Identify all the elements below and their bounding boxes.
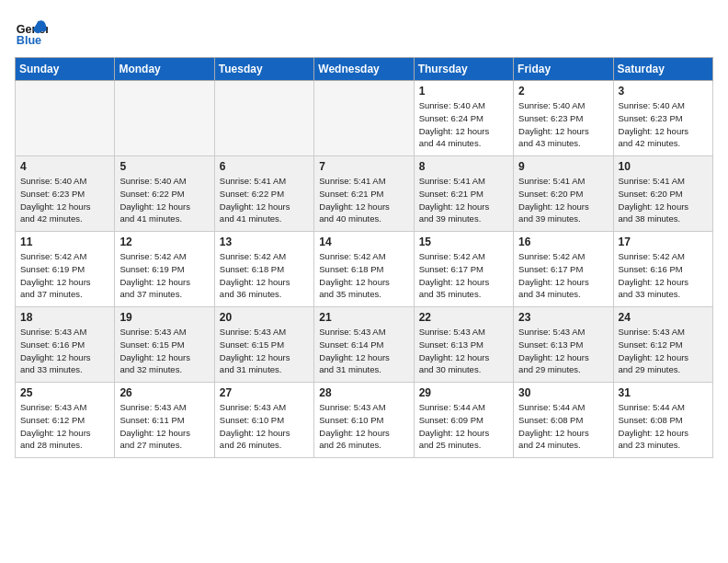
day-number: 11 bbox=[20, 236, 109, 248]
calendar-cell: 24Sunrise: 5:43 AMSunset: 6:12 PMDayligh… bbox=[613, 307, 712, 383]
calendar-cell: 26Sunrise: 5:43 AMSunset: 6:11 PMDayligh… bbox=[115, 383, 214, 458]
calendar-cell: 11Sunrise: 5:42 AMSunset: 6:19 PMDayligh… bbox=[16, 232, 115, 307]
col-header-sunday: Sunday bbox=[16, 58, 115, 81]
day-number: 10 bbox=[619, 160, 708, 173]
day-info: Sunrise: 5:42 AMSunset: 6:19 PMDaylight:… bbox=[20, 250, 109, 301]
day-number: 1 bbox=[419, 85, 508, 98]
col-header-monday: Monday bbox=[115, 58, 214, 81]
calendar-cell: 23Sunrise: 5:43 AMSunset: 6:13 PMDayligh… bbox=[514, 307, 613, 383]
calendar-cell: 14Sunrise: 5:42 AMSunset: 6:18 PMDayligh… bbox=[314, 232, 414, 307]
day-info: Sunrise: 5:42 AMSunset: 6:19 PMDaylight:… bbox=[119, 250, 209, 301]
day-number: 5 bbox=[119, 160, 209, 173]
calendar-cell: 20Sunrise: 5:43 AMSunset: 6:15 PMDayligh… bbox=[214, 307, 313, 383]
calendar-cell: 17Sunrise: 5:42 AMSunset: 6:16 PMDayligh… bbox=[613, 232, 712, 307]
day-info: Sunrise: 5:43 AMSunset: 6:11 PMDaylight:… bbox=[119, 401, 209, 452]
day-info: Sunrise: 5:41 AMSunset: 6:21 PMDaylight:… bbox=[319, 175, 408, 225]
day-number: 26 bbox=[119, 386, 209, 399]
day-info: Sunrise: 5:40 AMSunset: 6:24 PMDaylight:… bbox=[419, 99, 508, 150]
day-number: 2 bbox=[518, 85, 608, 98]
day-number: 9 bbox=[518, 160, 608, 173]
day-info: Sunrise: 5:41 AMSunset: 6:22 PMDaylight:… bbox=[220, 175, 309, 225]
day-info: Sunrise: 5:43 AMSunset: 6:15 PMDaylight:… bbox=[220, 326, 309, 376]
day-number: 27 bbox=[220, 386, 309, 399]
col-header-tuesday: Tuesday bbox=[214, 58, 313, 81]
day-number: 22 bbox=[419, 311, 508, 324]
calendar-cell bbox=[314, 81, 414, 156]
calendar-table: SundayMondayTuesdayWednesdayThursdayFrid… bbox=[15, 57, 713, 458]
day-number: 6 bbox=[220, 160, 309, 173]
page-header: General Blue bbox=[15, 15, 713, 48]
calendar-cell: 29Sunrise: 5:44 AMSunset: 6:09 PMDayligh… bbox=[414, 383, 513, 458]
day-info: Sunrise: 5:42 AMSunset: 6:18 PMDaylight:… bbox=[220, 250, 309, 301]
day-info: Sunrise: 5:43 AMSunset: 6:10 PMDaylight:… bbox=[220, 401, 309, 452]
day-number: 29 bbox=[419, 386, 508, 399]
calendar-cell: 19Sunrise: 5:43 AMSunset: 6:15 PMDayligh… bbox=[115, 307, 214, 383]
calendar-cell: 30Sunrise: 5:44 AMSunset: 6:08 PMDayligh… bbox=[514, 383, 613, 458]
day-number: 16 bbox=[518, 236, 608, 248]
day-info: Sunrise: 5:41 AMSunset: 6:20 PMDaylight:… bbox=[619, 175, 708, 225]
day-number: 25 bbox=[20, 386, 109, 399]
calendar-cell: 1Sunrise: 5:40 AMSunset: 6:24 PMDaylight… bbox=[414, 81, 513, 156]
logo-icon: General Blue bbox=[15, 15, 48, 48]
day-info: Sunrise: 5:42 AMSunset: 6:17 PMDaylight:… bbox=[419, 250, 508, 301]
day-number: 19 bbox=[119, 311, 209, 324]
day-info: Sunrise: 5:44 AMSunset: 6:09 PMDaylight:… bbox=[419, 401, 508, 452]
day-info: Sunrise: 5:43 AMSunset: 6:14 PMDaylight:… bbox=[319, 326, 408, 376]
calendar-cell: 2Sunrise: 5:40 AMSunset: 6:23 PMDaylight… bbox=[514, 81, 613, 156]
day-info: Sunrise: 5:43 AMSunset: 6:16 PMDaylight:… bbox=[20, 326, 109, 376]
calendar-cell: 13Sunrise: 5:42 AMSunset: 6:18 PMDayligh… bbox=[214, 232, 313, 307]
calendar-cell: 12Sunrise: 5:42 AMSunset: 6:19 PMDayligh… bbox=[115, 232, 214, 307]
day-number: 4 bbox=[20, 160, 109, 173]
day-info: Sunrise: 5:42 AMSunset: 6:16 PMDaylight:… bbox=[619, 250, 708, 301]
calendar-cell: 10Sunrise: 5:41 AMSunset: 6:20 PMDayligh… bbox=[613, 156, 712, 232]
calendar-cell: 28Sunrise: 5:43 AMSunset: 6:10 PMDayligh… bbox=[314, 383, 414, 458]
day-info: Sunrise: 5:43 AMSunset: 6:12 PMDaylight:… bbox=[619, 326, 708, 376]
calendar-cell: 5Sunrise: 5:40 AMSunset: 6:22 PMDaylight… bbox=[115, 156, 214, 232]
day-number: 24 bbox=[619, 311, 708, 324]
calendar-cell: 4Sunrise: 5:40 AMSunset: 6:23 PMDaylight… bbox=[16, 156, 115, 232]
day-number: 17 bbox=[619, 236, 708, 248]
col-header-thursday: Thursday bbox=[414, 58, 513, 81]
calendar-cell: 9Sunrise: 5:41 AMSunset: 6:20 PMDaylight… bbox=[514, 156, 613, 232]
day-number: 21 bbox=[319, 311, 408, 324]
day-number: 28 bbox=[319, 386, 408, 399]
calendar-cell: 31Sunrise: 5:44 AMSunset: 6:08 PMDayligh… bbox=[613, 383, 712, 458]
day-info: Sunrise: 5:40 AMSunset: 6:22 PMDaylight:… bbox=[119, 175, 209, 225]
day-number: 8 bbox=[419, 160, 508, 173]
calendar-cell bbox=[16, 81, 115, 156]
calendar-cell: 22Sunrise: 5:43 AMSunset: 6:13 PMDayligh… bbox=[414, 307, 513, 383]
calendar-cell: 7Sunrise: 5:41 AMSunset: 6:21 PMDaylight… bbox=[314, 156, 414, 232]
calendar-cell: 27Sunrise: 5:43 AMSunset: 6:10 PMDayligh… bbox=[214, 383, 313, 458]
day-info: Sunrise: 5:40 AMSunset: 6:23 PMDaylight:… bbox=[619, 99, 708, 150]
calendar-cell: 25Sunrise: 5:43 AMSunset: 6:12 PMDayligh… bbox=[16, 383, 115, 458]
day-number: 20 bbox=[220, 311, 309, 324]
col-header-saturday: Saturday bbox=[613, 58, 712, 81]
calendar-cell: 16Sunrise: 5:42 AMSunset: 6:17 PMDayligh… bbox=[514, 232, 613, 307]
calendar-cell: 8Sunrise: 5:41 AMSunset: 6:21 PMDaylight… bbox=[414, 156, 513, 232]
day-info: Sunrise: 5:44 AMSunset: 6:08 PMDaylight:… bbox=[619, 401, 708, 452]
day-info: Sunrise: 5:43 AMSunset: 6:13 PMDaylight:… bbox=[518, 326, 608, 376]
calendar-cell bbox=[115, 81, 214, 156]
day-info: Sunrise: 5:44 AMSunset: 6:08 PMDaylight:… bbox=[518, 401, 608, 452]
day-number: 13 bbox=[220, 236, 309, 248]
day-number: 18 bbox=[20, 311, 109, 324]
day-info: Sunrise: 5:43 AMSunset: 6:15 PMDaylight:… bbox=[119, 326, 209, 376]
day-number: 3 bbox=[619, 85, 708, 98]
day-info: Sunrise: 5:43 AMSunset: 6:12 PMDaylight:… bbox=[20, 401, 109, 452]
svg-text:Blue: Blue bbox=[17, 34, 41, 47]
logo: General Blue bbox=[15, 15, 48, 48]
day-info: Sunrise: 5:43 AMSunset: 6:13 PMDaylight:… bbox=[419, 326, 508, 376]
day-number: 7 bbox=[319, 160, 408, 173]
day-number: 14 bbox=[319, 236, 408, 248]
day-info: Sunrise: 5:40 AMSunset: 6:23 PMDaylight:… bbox=[518, 99, 608, 150]
calendar-cell: 6Sunrise: 5:41 AMSunset: 6:22 PMDaylight… bbox=[214, 156, 313, 232]
calendar-cell: 18Sunrise: 5:43 AMSunset: 6:16 PMDayligh… bbox=[16, 307, 115, 383]
day-info: Sunrise: 5:41 AMSunset: 6:20 PMDaylight:… bbox=[518, 175, 608, 225]
col-header-friday: Friday bbox=[514, 58, 613, 81]
calendar-cell: 21Sunrise: 5:43 AMSunset: 6:14 PMDayligh… bbox=[314, 307, 414, 383]
day-info: Sunrise: 5:42 AMSunset: 6:17 PMDaylight:… bbox=[518, 250, 608, 301]
calendar-cell: 3Sunrise: 5:40 AMSunset: 6:23 PMDaylight… bbox=[613, 81, 712, 156]
day-info: Sunrise: 5:40 AMSunset: 6:23 PMDaylight:… bbox=[20, 175, 109, 225]
day-number: 23 bbox=[518, 311, 608, 324]
calendar-cell bbox=[214, 81, 313, 156]
